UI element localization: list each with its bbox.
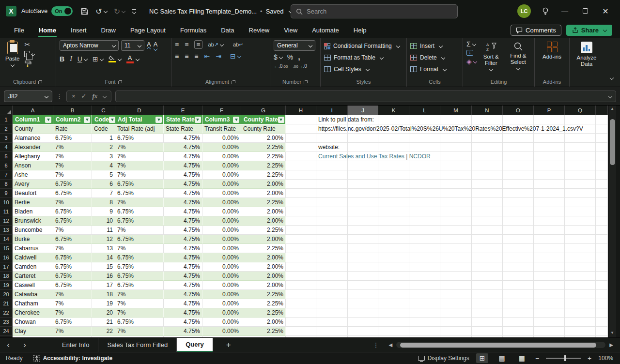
decrease-decimal-button[interactable]: .00→.0: [293, 63, 307, 69]
cell-H12[interactable]: [286, 216, 316, 226]
next-sheet-button[interactable]: ›: [16, 340, 33, 350]
underline-button[interactable]: U: [78, 56, 87, 62]
cell-C24[interactable]: 22: [92, 327, 115, 336]
alignment-dialog-launcher[interactable]: [232, 80, 236, 84]
cell-D24[interactable]: 7%: [115, 327, 164, 336]
scroll-down-icon[interactable]: ▼: [610, 330, 614, 336]
cell-D22[interactable]: 7%: [115, 308, 164, 318]
column-header-O[interactable]: O: [503, 106, 534, 115]
menu-tab-home[interactable]: Home: [32, 24, 62, 36]
chevron-down-icon[interactable]: [103, 9, 107, 13]
cell-A13[interactable]: Buncombe: [13, 226, 53, 235]
filter-dropdown-icon[interactable]: [278, 117, 284, 123]
cell-M6[interactable]: [440, 161, 472, 170]
cell-K9[interactable]: [378, 189, 409, 198]
cell-G11[interactable]: 2.00%: [241, 207, 286, 216]
cell-K23[interactable]: [378, 318, 409, 327]
cell-M21[interactable]: [440, 299, 472, 308]
row-header-22[interactable]: 22: [0, 308, 13, 318]
cell-M8[interactable]: [440, 180, 472, 189]
column-header-J[interactable]: J: [348, 106, 378, 115]
cell-K16[interactable]: [378, 253, 409, 262]
cell-N24[interactable]: [472, 327, 503, 336]
cell-F13[interactable]: 0.00%: [202, 226, 241, 235]
cell-R17[interactable]: [596, 262, 608, 272]
cell-I24[interactable]: [316, 327, 348, 336]
cell-G2[interactable]: County Rate: [241, 124, 286, 134]
cell-G12[interactable]: 2.00%: [241, 216, 286, 226]
cell-K11[interactable]: [378, 207, 409, 216]
horizontal-scrollbar-thumb[interactable]: [400, 343, 596, 348]
cell-I3[interactable]: [316, 134, 348, 143]
cell-A14[interactable]: Burke: [13, 235, 53, 244]
column-header-H[interactable]: H: [286, 106, 316, 115]
fill-color-button[interactable]: [108, 56, 116, 63]
autosave-toggle[interactable]: On: [51, 6, 73, 16]
cell-B1[interactable]: Column2: [53, 115, 92, 124]
cell-P17[interactable]: [534, 262, 565, 272]
zoom-slider[interactable]: [546, 358, 581, 359]
lightbulb-icon[interactable]: [542, 7, 549, 15]
cell-N17[interactable]: [472, 262, 503, 272]
comma-style-button[interactable]: ,: [298, 53, 300, 61]
cell-Q13[interactable]: [565, 226, 596, 235]
zoom-slider-thumb[interactable]: [564, 355, 566, 361]
cell-A17[interactable]: Camden: [13, 262, 53, 272]
cell-H1[interactable]: [286, 115, 316, 124]
cell-F20[interactable]: 0.00%: [202, 290, 241, 299]
row-header-17[interactable]: 17: [0, 262, 13, 272]
cell-K20[interactable]: [378, 290, 409, 299]
cell-H6[interactable]: [286, 161, 316, 170]
row-header-9[interactable]: 9: [0, 189, 13, 198]
cell-D3[interactable]: 6.75%: [115, 134, 164, 143]
cell-D9[interactable]: 6.75%: [115, 189, 164, 198]
cell-F18[interactable]: 0.00%: [202, 272, 241, 281]
cell-R14[interactable]: [596, 235, 608, 244]
cell-B18[interactable]: 6.75%: [53, 272, 92, 281]
cell-B10[interactable]: 7%: [53, 198, 92, 207]
cell-P18[interactable]: [534, 272, 565, 281]
number-dialog-launcher[interactable]: [304, 80, 308, 84]
filter-dropdown-icon[interactable]: [195, 117, 201, 123]
cell-F9[interactable]: 0.00%: [202, 189, 241, 198]
cell-K14[interactable]: [378, 235, 409, 244]
align-center-button[interactable]: ≡: [185, 53, 188, 60]
cell-Q9[interactable]: [565, 189, 596, 198]
decrease-indent-button[interactable]: ⇤: [204, 53, 210, 60]
cell-E3[interactable]: 4.75%: [164, 134, 202, 143]
cell-Q18[interactable]: [565, 272, 596, 281]
cell-O21[interactable]: [503, 299, 534, 308]
cell-J8[interactable]: [348, 180, 378, 189]
font-size-select[interactable]: 11: [121, 40, 144, 51]
column-header-A[interactable]: A: [13, 106, 53, 115]
cell-O1[interactable]: [503, 115, 534, 124]
cell-A12[interactable]: Brunswick: [13, 216, 53, 226]
cell-F17[interactable]: 0.00%: [202, 262, 241, 272]
cell-F22[interactable]: 0.00%: [202, 308, 241, 318]
cell-H7[interactable]: [286, 170, 316, 180]
number-format-select[interactable]: General: [274, 40, 315, 51]
row-header-11[interactable]: 11: [0, 207, 13, 216]
cell-C5[interactable]: 3: [92, 152, 115, 161]
cell-B16[interactable]: 6.75%: [53, 253, 92, 262]
cell-M13[interactable]: [440, 226, 472, 235]
cell-Q20[interactable]: [565, 290, 596, 299]
cell-F8[interactable]: 0.00%: [202, 180, 241, 189]
cell-Q7[interactable]: [565, 170, 596, 180]
cell-R18[interactable]: [596, 272, 608, 281]
cell-C17[interactable]: 15: [92, 262, 115, 272]
cell-E10[interactable]: 4.75%: [164, 198, 202, 207]
shrink-font-button[interactable]: A: [154, 41, 158, 50]
row-header-20[interactable]: 20: [0, 290, 13, 299]
cell-Q23[interactable]: [565, 318, 596, 327]
cell-O18[interactable]: [503, 272, 534, 281]
sheet-options-icon[interactable]: ⋮: [373, 341, 379, 349]
row-header-7[interactable]: 7: [0, 170, 13, 180]
italic-button[interactable]: I: [70, 56, 72, 62]
cell-O7[interactable]: [503, 170, 534, 180]
cell-N19[interactable]: [472, 281, 503, 290]
cell-M10[interactable]: [440, 198, 472, 207]
cell-B24[interactable]: 7%: [53, 327, 92, 336]
cell-G7[interactable]: 2.25%: [241, 170, 286, 180]
formula-input[interactable]: [115, 91, 616, 102]
